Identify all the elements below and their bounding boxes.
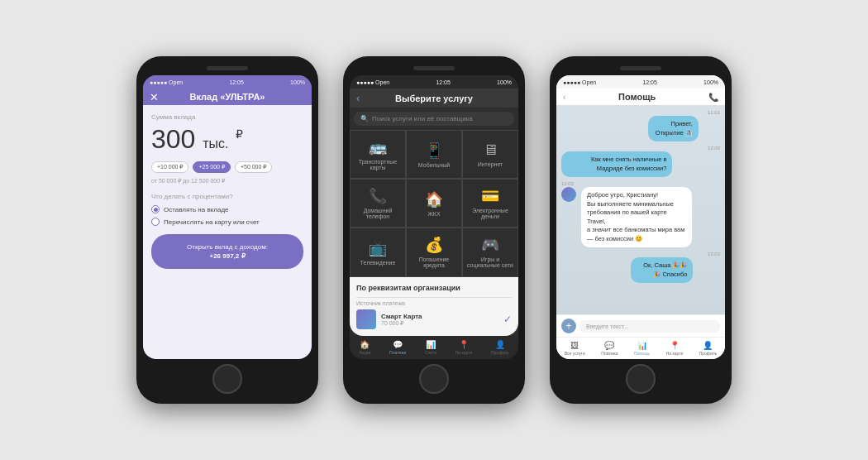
carrier-2: ●●●●● Open: [356, 79, 389, 85]
tab-payments[interactable]: 💬 Платежи: [389, 340, 406, 355]
search-placeholder: Поиск услуги или её поставщика: [372, 115, 473, 122]
zhkh-icon: 🏠: [425, 190, 443, 208]
games-label: Игры и социальные сети: [466, 256, 514, 268]
screen2-body: 🔍 Поиск услуги или её поставщика 🚌 Транс…: [350, 108, 518, 336]
tab-payments-label: Платежи: [389, 350, 406, 355]
message-2: Как мне снять наличные в Мадриде без ком…: [561, 151, 672, 177]
phone-speaker-2: [413, 66, 455, 70]
tv-label: Телевидение: [360, 260, 396, 266]
mobile-label: Мобильный: [418, 162, 450, 168]
radio-circle-2[interactable]: [151, 218, 160, 226]
open-deposit-button[interactable]: Открыть вклад с доходом: +26 997,2 ₽: [151, 234, 303, 269]
home-button-2[interactable]: [419, 364, 449, 394]
chip-2[interactable]: +25 000 ₽: [193, 161, 230, 173]
time-2: 12:05: [436, 79, 451, 85]
phone-screen-2: ●●●●● Open 12:05 100% ‹ Выберите услугу …: [350, 75, 518, 359]
tab3-profile-label: Профиль: [699, 351, 718, 356]
games-icon: 🎮: [481, 236, 499, 254]
tab3-payments-icon: 💬: [604, 341, 614, 350]
tab3-payments[interactable]: 💬 Платежи: [601, 341, 618, 356]
chip-1[interactable]: +10 000 ₽: [151, 161, 188, 173]
service-phone[interactable]: 📞 Домашний телефон: [350, 179, 406, 228]
chip-3[interactable]: +50 000 ₽: [235, 161, 272, 173]
service-games[interactable]: 🎮 Игры и социальные сети: [462, 228, 518, 276]
tab-aktsii[interactable]: 🏠 Акции: [359, 340, 370, 355]
home-button-3[interactable]: [626, 364, 656, 394]
phone-icon: 📞: [369, 187, 387, 205]
screen3-tabs: 🖼 Все услуги 💬 Платежи 📊 Помощь 📍 На кар…: [556, 337, 725, 359]
screen1-body: Сумма вклада 300 тыс. ₽ +10 000 ₽ +25 00…: [143, 105, 312, 359]
chat-input[interactable]: Введите текст...: [579, 320, 720, 333]
message-3: Доброе утро, Кристиану! Вы выполняете ми…: [581, 187, 692, 247]
msg-with-avatar-3: 12:02 Доброе утро, Кристиану! Вы выполня…: [561, 181, 720, 247]
back-icon-3[interactable]: ‹: [563, 93, 565, 102]
radio-option-2[interactable]: Перечислять на карту или счет: [151, 218, 303, 226]
service-tv[interactable]: 📺 Телевидение: [350, 228, 406, 276]
back-icon[interactable]: ‹: [356, 92, 360, 104]
service-transport[interactable]: 🚌 Транспортные карты: [350, 130, 406, 179]
tab3-map-icon: 📍: [670, 341, 680, 350]
chat-body: 11:01 Привет, Открытие 🏦 12:00 Как мне с…: [556, 105, 725, 314]
carrier-1: ●●●●● Open: [150, 79, 183, 85]
tab3-help-label: Помощь: [634, 351, 650, 356]
deposit-range: от 50 000 ₽ до 12 500 000 ₽: [151, 178, 303, 184]
service-zhkh[interactable]: 🏠 ЖКХ: [406, 179, 462, 228]
service-internet[interactable]: 🖥 Интернет: [462, 130, 518, 179]
tab-map[interactable]: 📍 На карте: [455, 340, 473, 355]
check-icon: ✓: [503, 314, 512, 325]
phone-label: Домашний телефон: [354, 208, 402, 219]
close-icon[interactable]: ✕: [150, 91, 159, 103]
radio-label-2: Перечислять на карту или счет: [164, 218, 260, 226]
phone-3: ●●●●● Open 12:05 100% ‹ Помощь 📞 11:01 П…: [550, 56, 732, 404]
mobile-icon: 📱: [425, 141, 443, 160]
org-requisites-title: По реквизитам организации: [356, 284, 512, 292]
tab3-help[interactable]: 📊 Помощь: [634, 341, 650, 356]
tab3-services-label: Все услуги: [565, 351, 585, 356]
tab3-services[interactable]: 🖼 Все услуги: [565, 341, 585, 356]
emoney-label: Электронные деньги: [466, 208, 514, 219]
msg-timestamp-2: 12:00 Как мне снять наличные в Мадриде б…: [561, 146, 720, 177]
card-row: Смарт Карта 70 000 ₽ ✓: [356, 309, 512, 329]
home-button-1[interactable]: [212, 364, 242, 394]
status-bar-3: ●●●●● Open 12:05 100%: [556, 75, 725, 89]
call-icon[interactable]: 📞: [708, 93, 718, 102]
message-4: Ок, Саша 🎉🎉🎉 Спасибо: [631, 257, 694, 283]
tab3-profile-icon: 👤: [703, 341, 713, 350]
tab-accounts-icon: 📊: [426, 340, 436, 349]
search-bar[interactable]: 🔍 Поиск услуги или её поставщика: [354, 112, 514, 126]
add-attachment-button[interactable]: +: [561, 319, 576, 333]
radio-circle-1[interactable]: [151, 205, 160, 213]
chat-input-area: + Введите текст...: [556, 314, 725, 337]
bot-avatar: [561, 187, 576, 202]
tab-profile[interactable]: 👤 Профиль: [491, 340, 509, 355]
card-name: Смарт Карта: [381, 313, 498, 320]
tab-profile-label: Профиль: [491, 350, 509, 355]
radio-option-1[interactable]: Оставлять на вкладе: [151, 205, 303, 213]
credit-label: Погашение кредита: [410, 256, 458, 268]
tab3-profile[interactable]: 👤 Профиль: [699, 341, 718, 356]
tab3-payments-label: Платежи: [601, 351, 618, 356]
service-emoney[interactable]: 💳 Электронные деньги: [462, 179, 518, 228]
internet-icon: 🖥: [483, 141, 498, 159]
interest-section-title: Что делать с процентами?: [151, 193, 303, 200]
card-info: Смарт Карта 70 000 ₽: [381, 313, 498, 327]
tab-map-icon: 📍: [459, 340, 469, 349]
internet-label: Интернет: [478, 161, 503, 167]
tab-accounts[interactable]: 📊 Счета: [425, 340, 436, 355]
service-mobile[interactable]: 📱 Мобильный: [406, 130, 462, 179]
phone-2: ●●●●● Open 12:05 100% ‹ Выберите услугу …: [343, 56, 525, 404]
tab3-map[interactable]: 📍 На карте: [666, 341, 684, 356]
screen2-bottom: По реквизитам организации Источник плате…: [350, 277, 518, 337]
tab-payments-icon: 💬: [393, 340, 403, 349]
message-1: Привет, Открытие 🏦: [648, 116, 699, 141]
service-credit[interactable]: 💰 Погашение кредита: [406, 228, 462, 276]
deposit-amount: 300 тыс. ₽: [151, 124, 303, 155]
divider: [356, 297, 512, 298]
tab-aktsii-label: Акции: [359, 350, 370, 355]
status-bar-1: ●●●●● Open 12:05 100%: [143, 75, 312, 89]
source-label: Источник платежа: [356, 300, 512, 306]
radio-label-1: Оставлять на вкладе: [164, 206, 229, 213]
screen2-title: Выберите услугу: [395, 93, 473, 103]
msg-timestamp-4: 12:03 Ок, Саша 🎉🎉🎉 Спасибо: [631, 252, 720, 283]
phone-speaker-3: [620, 66, 661, 70]
